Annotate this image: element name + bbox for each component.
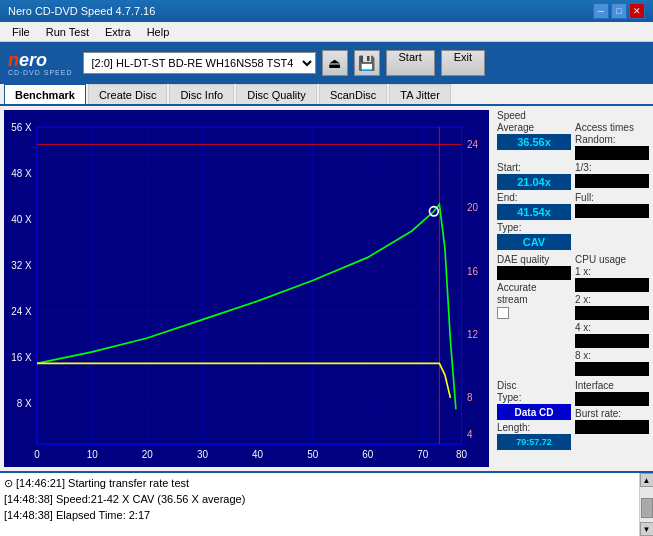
tab-benchmark[interactable]: Benchmark	[4, 84, 86, 104]
stream-label: stream	[497, 294, 571, 305]
type-value: CAV	[497, 234, 571, 250]
dae-label: DAE quality	[497, 254, 571, 265]
save-button[interactable]: 💾	[354, 50, 380, 76]
burst-rate-value	[575, 420, 649, 434]
menu-extra[interactable]: Extra	[97, 24, 139, 40]
svg-text:16 X: 16 X	[11, 352, 32, 363]
svg-text:16: 16	[467, 265, 478, 276]
speed-group: Speed Average 36.56x Access times Random…	[497, 110, 649, 252]
accurate-stream-row	[497, 307, 571, 319]
disc-label: Disc	[497, 380, 571, 391]
accurate-label: Accurate	[497, 282, 571, 293]
svg-text:24: 24	[467, 139, 478, 150]
svg-text:24 X: 24 X	[11, 306, 32, 317]
cpu-4x-label: 4 x:	[575, 322, 649, 333]
menu-bar: File Run Test Extra Help	[0, 22, 653, 42]
interface-label: Interface	[575, 380, 649, 391]
length-value: 79:57.72	[497, 434, 571, 450]
scroll-track	[640, 487, 654, 522]
minimize-button[interactable]: ─	[593, 3, 609, 19]
type-label: Type:	[497, 222, 571, 233]
chart-svg: 56 X 48 X 40 X 32 X 24 X 16 X 8 X 24 20 …	[4, 110, 489, 467]
svg-text:10: 10	[87, 449, 98, 460]
toolbar: nero CD·DVD SPEED [2:0] HL-DT-ST BD-RE W…	[0, 42, 653, 84]
start-label: Start:	[497, 162, 571, 173]
title-bar: Nero CD-DVD Speed 4.7.7.16 ─ □ ✕	[0, 0, 653, 22]
log-scrollbar: ▲ ▼	[639, 473, 653, 536]
tab-disc-info[interactable]: Disc Info	[169, 84, 234, 104]
drive-selector[interactable]: [2:0] HL-DT-ST BD-RE WH16NS58 TST4	[83, 52, 316, 74]
cpu-1x-value	[575, 278, 649, 292]
nero-subtitle: CD·DVD SPEED	[8, 69, 73, 76]
scroll-down-button[interactable]: ▼	[640, 522, 654, 536]
svg-text:32 X: 32 X	[11, 260, 32, 271]
log-line-1: [14:48:38] Speed:21-42 X CAV (36.56 X av…	[4, 491, 635, 507]
access-times-label: Access times	[575, 122, 649, 133]
accurate-stream-checkbox[interactable]	[497, 307, 509, 319]
cpu-8x-value	[575, 362, 649, 376]
cpu-2x-label: 2 x:	[575, 294, 649, 305]
window-title: Nero CD-DVD Speed 4.7.7.16	[8, 5, 155, 17]
stats-panel: Speed Average 36.56x Access times Random…	[493, 106, 653, 471]
full-value	[575, 204, 649, 218]
full-label: Full:	[575, 192, 649, 203]
tab-bar: Benchmark Create Disc Disc Info Disc Qua…	[0, 84, 653, 106]
svg-text:0: 0	[34, 449, 40, 460]
length-label: Length:	[497, 422, 571, 433]
cpu-1x-label: 1 x:	[575, 266, 649, 277]
svg-text:80: 80	[456, 449, 467, 460]
disc-type-label: Type:	[497, 392, 571, 403]
cpu-usage-label: CPU usage	[575, 254, 649, 265]
eject-button[interactable]: ⏏	[322, 50, 348, 76]
start-value: 21.04x	[497, 174, 571, 190]
disc-type-value: Data CD	[497, 404, 571, 420]
menu-file[interactable]: File	[4, 24, 38, 40]
cpu-4x-value	[575, 334, 649, 348]
svg-text:56 X: 56 X	[11, 122, 32, 133]
svg-rect-0	[4, 110, 489, 467]
scroll-thumb[interactable]	[641, 498, 653, 518]
svg-text:70: 70	[417, 449, 428, 460]
tab-disc-quality[interactable]: Disc Quality	[236, 84, 317, 104]
svg-text:12: 12	[467, 329, 478, 340]
main-content: 56 X 48 X 40 X 32 X 24 X 16 X 8 X 24 20 …	[0, 106, 653, 471]
menu-help[interactable]: Help	[139, 24, 178, 40]
svg-text:4: 4	[467, 429, 473, 440]
svg-text:50: 50	[307, 449, 318, 460]
disc-type-group: Disc Type: Data CD Length: 79:57.72 Inte…	[497, 380, 649, 467]
one-third-label: 1/3:	[575, 162, 649, 173]
svg-text:8 X: 8 X	[17, 398, 32, 409]
tab-scan-disc[interactable]: ScanDisc	[319, 84, 387, 104]
tab-ta-jitter[interactable]: TA Jitter	[389, 84, 451, 104]
svg-text:40 X: 40 X	[11, 214, 32, 225]
end-value: 41.54x	[497, 204, 571, 220]
svg-text:20: 20	[142, 449, 153, 460]
start-button[interactable]: Start	[386, 50, 435, 76]
log-line-0: ⊙ [14:46:21] Starting transfer rate test	[4, 475, 635, 491]
svg-text:60: 60	[362, 449, 373, 460]
random-label: Random:	[575, 134, 649, 145]
exit-button[interactable]: Exit	[441, 50, 485, 76]
maximize-button[interactable]: □	[611, 3, 627, 19]
cpu-2x-value	[575, 306, 649, 320]
cpu-8x-label: 8 x:	[575, 350, 649, 361]
menu-run-test[interactable]: Run Test	[38, 24, 97, 40]
tab-create-disc[interactable]: Create Disc	[88, 84, 167, 104]
nero-logo: nero CD·DVD SPEED	[8, 51, 73, 76]
average-label: Average	[497, 122, 571, 133]
log-area: ⊙ [14:46:21] Starting transfer rate test…	[0, 471, 653, 536]
scroll-up-button[interactable]: ▲	[640, 473, 654, 487]
dae-value	[497, 266, 571, 280]
one-third-value	[575, 174, 649, 188]
average-value: 36.56x	[497, 134, 571, 150]
cpu-usage-group: DAE quality Accurate stream CPU usage 1 …	[497, 254, 649, 378]
burst-rate-label: Burst rate:	[575, 408, 649, 419]
random-value	[575, 146, 649, 160]
speed-label: Speed	[497, 110, 649, 121]
window-controls: ─ □ ✕	[593, 3, 645, 19]
close-button[interactable]: ✕	[629, 3, 645, 19]
interface-value	[575, 392, 649, 406]
svg-text:8: 8	[467, 392, 473, 403]
chart-area: 56 X 48 X 40 X 32 X 24 X 16 X 8 X 24 20 …	[4, 110, 489, 467]
end-label: End:	[497, 192, 571, 203]
